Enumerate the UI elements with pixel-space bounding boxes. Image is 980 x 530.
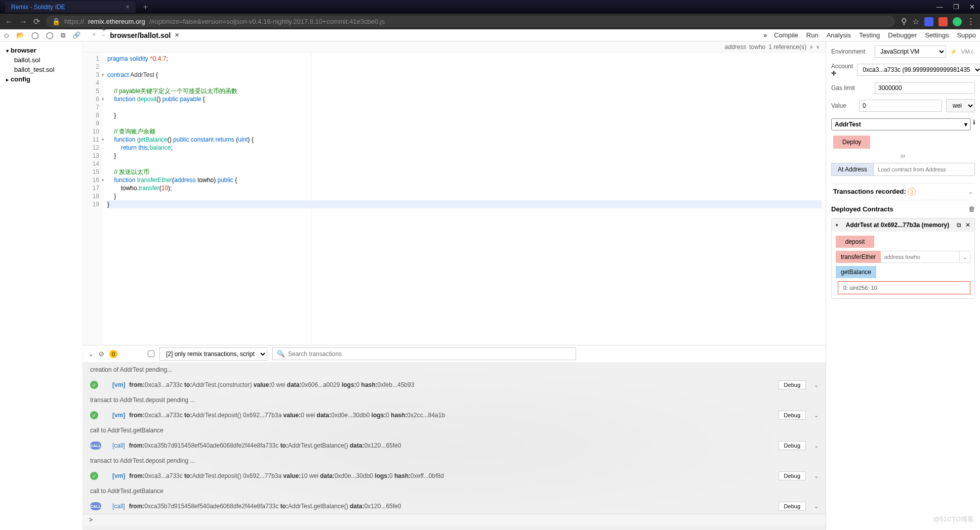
environment-select[interactable]: JavaScript VM (875, 46, 946, 58)
menu-support[interactable]: Suppo (957, 31, 976, 39)
extension-icon[interactable] (924, 17, 933, 26)
copy-icon[interactable]: ⧉ (957, 222, 961, 229)
check-icon: ✓ (90, 472, 98, 480)
check-icon: ✓ (90, 381, 98, 389)
value-input[interactable] (859, 100, 942, 112)
search-input[interactable] (288, 350, 571, 358)
menu-analysis[interactable]: Analysis (827, 31, 851, 39)
contract-select[interactable]: AddrTest ▾ (831, 118, 971, 130)
browser-titlebar: Remix - Solidity IDE × + — ❐ ✕ (0, 0, 980, 14)
new-file-icon[interactable]: ◇ (4, 31, 9, 39)
chevron-down-icon[interactable]: ⌄ (814, 412, 819, 419)
app-toolbar: ◇ 📂 ◯ ◯ ⧉ 🔗 « +− browser/ballot.sol ✕ » … (0, 29, 980, 41)
gas-limit-input[interactable] (875, 82, 975, 94)
fn-result: 0: uint256: 10 (838, 281, 970, 294)
gist-icon[interactable]: ◯ (46, 31, 54, 39)
pending-badge: 0 (109, 350, 117, 358)
bookmark-icon[interactable]: ☆ (912, 17, 919, 26)
value-unit-select[interactable]: wei (946, 99, 975, 112)
watermark: @51CTO博客 (933, 515, 974, 524)
debug-button[interactable]: Debug (779, 380, 806, 389)
run-panel: Environment JavaScript VM ⚡ VM (- Accoun… (826, 41, 980, 530)
chevron-down-icon[interactable]: ⌄ (814, 473, 819, 479)
browser-tab[interactable]: Remix - Solidity IDE × (5, 2, 136, 13)
menu-icon[interactable]: ⋮ (967, 17, 975, 26)
fn-deposit-button[interactable]: deposit (836, 236, 874, 248)
file-tab[interactable]: browser/ballot.sol ✕ (110, 31, 179, 39)
info-icon[interactable]: i (973, 118, 975, 130)
chevron-down-icon[interactable]: ⌄ (814, 443, 819, 449)
bolt-icon: ⚡ (950, 49, 957, 55)
menu-run[interactable]: Run (806, 31, 819, 39)
search-icon: 🔍 (277, 350, 285, 358)
plus-icon[interactable]: ✚ (831, 70, 836, 77)
chevron-down-icon: ▾ (964, 121, 967, 128)
account-select[interactable]: 0xca3...a733c (99.99999999999981435 (857, 64, 980, 76)
reload-icon[interactable]: ⟳ (33, 17, 40, 26)
ref-up-icon[interactable]: ∧ (809, 44, 813, 50)
chevron-down-icon[interactable]: ⌄ (814, 503, 819, 510)
copy-icon[interactable]: ⧉ (61, 31, 65, 39)
reference-bar: address towho 1 reference(s) ∧ ∨ (83, 41, 826, 53)
trash-icon[interactable]: 🗑 (968, 205, 975, 213)
new-tab-icon[interactable]: + (143, 3, 148, 12)
chevron-down-icon[interactable]: ▾ (836, 223, 838, 228)
ref-down-icon[interactable]: ∨ (816, 44, 820, 50)
menu-settings[interactable]: Settings (925, 31, 949, 39)
debug-button[interactable]: Debug (779, 411, 806, 420)
check-icon: ✓ (90, 411, 98, 419)
listen-checkbox[interactable] (148, 350, 154, 357)
chevron-down-icon[interactable]: ⌄ (960, 251, 970, 263)
tx-filter-select[interactable]: [2] only remix transactions, script (159, 347, 267, 361)
close-icon[interactable]: ✕ (965, 222, 970, 229)
extension-icon[interactable] (938, 17, 948, 26)
url-field[interactable]: 🔒 https://remix.ethereum.org/#optimize=f… (46, 16, 895, 27)
maximize-icon[interactable]: ❐ (953, 3, 959, 11)
debug-button[interactable]: Debug (779, 441, 806, 450)
menu-testing[interactable]: Testing (859, 31, 880, 39)
forward-icon[interactable]: → (19, 17, 27, 26)
tree-config[interactable]: config (0, 74, 83, 84)
close-file-icon[interactable]: ✕ (175, 32, 179, 38)
code-editor[interactable]: 123▾456▾7891011▾1213141516▾171819 pragma… (83, 53, 826, 345)
collapse-icon[interactable]: » (763, 31, 767, 39)
search-transactions[interactable]: 🔍 (272, 347, 576, 360)
menu-compile[interactable]: Compile (774, 31, 798, 39)
add-icon[interactable]: +− (102, 25, 106, 41)
github-icon[interactable]: ◯ (31, 31, 39, 39)
translate-icon[interactable]: ⚲ (901, 17, 907, 26)
fn-transfer-input[interactable] (881, 251, 960, 263)
call-icon: CALL (90, 441, 101, 450)
minimize-icon[interactable]: — (936, 3, 943, 11)
chevron-down-icon[interactable]: ⌄ (814, 382, 819, 388)
close-tab-icon[interactable]: × (126, 4, 130, 11)
at-address-button[interactable]: At Address (831, 163, 874, 176)
link-icon[interactable]: 🔗 (72, 31, 80, 39)
lock-icon: 🔒 (52, 18, 60, 25)
clear-icon[interactable]: ⊘ (99, 350, 104, 358)
debug-button[interactable]: Debug (779, 471, 806, 480)
debug-button[interactable]: Debug (779, 502, 806, 511)
console-prompt[interactable]: > (83, 514, 826, 525)
console-toolbar: ⌄ ⊘ 0 [2] only remix transactions, scrip… (83, 345, 826, 362)
tab-prev-icon[interactable]: « (93, 31, 96, 40)
at-address-input[interactable] (874, 163, 975, 176)
file-explorer: browser ballot.sol ballot_test.sol confi… (0, 41, 83, 530)
call-icon: CALL (90, 502, 101, 510)
menu-debugger[interactable]: Debugger (888, 31, 917, 39)
close-window-icon[interactable]: ✕ (969, 3, 975, 11)
chevron-down-icon[interactable]: ⌄ (88, 350, 94, 358)
profile-icon[interactable] (953, 17, 962, 26)
fn-balance-button[interactable]: getBalance (836, 266, 876, 278)
chevron-down-icon[interactable]: ⌄ (968, 189, 973, 195)
tree-file[interactable]: ballot_test.sol (0, 65, 83, 74)
console-output: creation of AddrTest pending... ✓ [vm] f… (83, 362, 826, 530)
fn-transfer-button[interactable]: transferEther (836, 251, 881, 263)
deploy-button[interactable]: Deploy (833, 136, 870, 149)
tx-recorded-section[interactable]: Transactions recorded: 3 ⌄ (831, 183, 975, 200)
tree-file[interactable]: ballot.sol (0, 55, 83, 65)
tree-browser[interactable]: browser (0, 46, 83, 55)
back-icon[interactable]: ← (5, 17, 13, 26)
deployed-instance: ▾ AddrTest at 0x692...77b3a (memory) ⧉ ✕… (831, 218, 975, 299)
open-icon[interactable]: 📂 (16, 31, 24, 39)
